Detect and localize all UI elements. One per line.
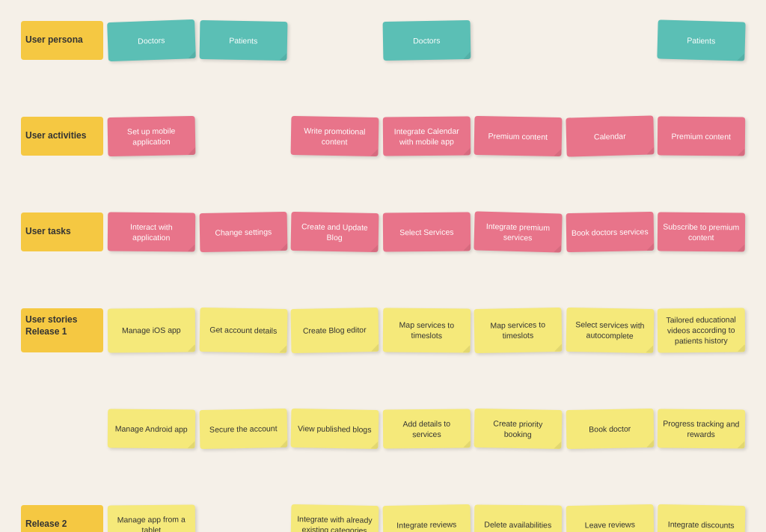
r2-4: Delete availabilities [474,504,562,532]
story-r1-empty [21,357,103,396]
persona-empty-2 [474,21,562,60]
activity-3: Integrate Calendar with mobile app [382,116,470,156]
persona-patients-2: Patients [658,19,746,61]
persona-empty-3 [566,21,654,60]
persona-doctors-2: Doctors [382,20,470,61]
activity-empty-1 [200,117,287,156]
task-1: Interact with application [108,212,195,251]
task-2: Change settings [199,212,287,252]
user-activities-section: User activities Set up mobile applicatio… [15,111,751,205]
story-r1-empty-2 [21,453,103,492]
task-5: Integrate premium services [474,211,563,252]
label-user-stories-release1: User stories Release 1 [21,308,103,352]
task-6: Book doctors services [566,212,653,252]
story-r1-8: Manage Android app [108,409,195,448]
r2-empty-1 [200,505,287,532]
activity-empty-2 [21,160,103,199]
persona-doctors-1: Doctors [107,19,195,61]
persona-empty-4 [21,64,103,103]
story-r1-7: Tailored educational videos according to… [658,308,745,352]
task-4: Select Services [382,212,470,251]
story-r1-14: Progress tracking and rewards [658,409,745,448]
r2-5: Leave reviews [566,504,653,532]
label-user-tasks: User tasks [21,213,103,251]
story-r1-13: Book doctor [566,409,653,449]
story-r1-10: View published blogs [291,409,379,449]
label-user-activities: User activities [21,117,103,156]
story-r1-2: Get account details [199,308,287,353]
story-r1-4: Map services to timeslots [382,308,470,352]
stories-r1-row2-section: Manage Android app Secure the account Vi… [15,403,751,498]
r2-6: Integrate discounts [658,504,745,532]
r2-3: Integrate reviews [382,504,470,532]
activity-1: Set up mobile application [108,116,195,156]
story-r1-12: Create priority booking [474,409,562,449]
story-r1-11: Add details to services [382,409,470,448]
story-r1-3: Create Blog editor [291,308,379,353]
persona-patients-1: Patients [199,20,287,61]
user-persona-section: User persona Doctors Patients Doctors Pa… [15,15,751,109]
activity-2: Write promotional content [291,116,379,156]
release2-row1-section: Release 2 Manage app from a tablet Integ… [15,499,751,532]
stories-r1-row1-section: User stories Release 1 Manage iOS app Ge… [15,302,751,402]
activity-5: Calendar [566,115,654,156]
story-r1-1: Manage iOS app [108,308,195,352]
task-7: Subscribe to premium content [658,212,745,251]
story-r1-5: Map services to timeslots [474,308,563,353]
task-3: Create and Update Blog [291,212,379,252]
story-r1-9: Secure the account [199,409,287,449]
persona-empty-1 [291,21,379,60]
story-r1-6: Select services with autocomplete [566,308,654,353]
label-release2: Release 2 [21,505,103,532]
activity-6: Premium content [658,116,745,156]
user-tasks-section: User tasks Interact with application Cha… [15,207,751,301]
r2-2: Integrate with already existing categori… [291,504,379,532]
r2-1: Manage app from a tablet [108,504,195,532]
activity-4: Premium content [474,116,562,156]
task-empty-1 [21,256,103,295]
label-user-persona: User persona [21,21,103,60]
label-spacer-1 [21,409,103,448]
